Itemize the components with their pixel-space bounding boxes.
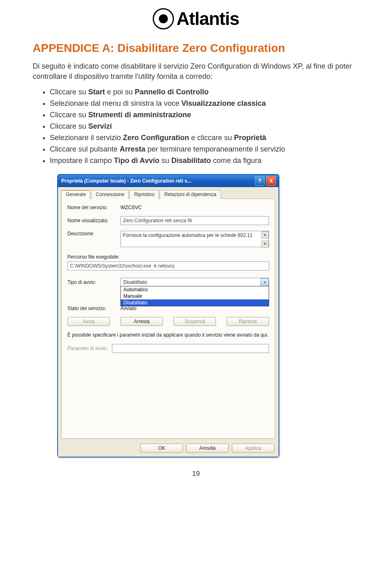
value-service-name: WZCSVC [120, 205, 269, 210]
brand-logo: Atlantis [33, 0, 359, 33]
label-start-params: Parametri di avvio: [67, 346, 108, 351]
stop-button[interactable]: Arresta [120, 317, 163, 326]
steps-list: Cliccare su Start e poi su Pannello di C… [33, 87, 359, 166]
question-icon: ? [258, 178, 261, 184]
tab-connessione[interactable]: Connessione [91, 190, 129, 199]
resume-button[interactable]: Riprendi [227, 317, 269, 326]
tab-generale[interactable]: Generale [61, 190, 90, 199]
label-service-status: Stato del servizio: [67, 306, 120, 311]
label-display-name: Nome visualizzato: [67, 218, 120, 223]
dialog-title: Proprietà (Computer locale) - Zero Confi… [61, 178, 255, 184]
tab-panel-generale: Nome del servizio: WZCSVC Nome visualizz… [61, 199, 275, 439]
list-item: Impostare il campo Tipo di Avvio su Disa… [50, 155, 359, 167]
dialog-footer: OK Annulla Applica [58, 440, 278, 457]
startup-type-select[interactable]: Disabilitato ▾ Automatico Manuale Disabi… [120, 278, 269, 287]
scroll-up-icon[interactable]: ▲ [261, 231, 269, 239]
label-startup-type: Tipo di avvio: [67, 279, 120, 285]
logo-circle-icon [153, 8, 174, 29]
tab-strip: Generale Connessione Ripristino Relazion… [61, 190, 275, 199]
close-icon: X [270, 178, 273, 184]
apply-button[interactable]: Applica [232, 444, 274, 453]
list-item: Cliccare sul pulsante Arresta per termin… [50, 144, 359, 155]
page-title: APPENDICE A: Disabilitare Zero Configura… [33, 42, 359, 55]
option-disabilitato[interactable]: Disabilitato [121, 299, 269, 306]
list-item: Selezionare il servizio Zero Configurati… [50, 132, 359, 144]
display-name-field[interactable] [120, 216, 269, 225]
page-number: 19 [33, 470, 359, 478]
description-field[interactable]: Fornisce la configurazione automatica pe… [120, 231, 269, 247]
help-button[interactable]: ? [255, 176, 265, 186]
option-manuale[interactable]: Manuale [121, 293, 269, 299]
list-item: Selezionare dal menu di sinistra la voce… [50, 98, 359, 109]
exe-path-field[interactable] [67, 261, 269, 270]
option-automatico[interactable]: Automatico [121, 286, 269, 293]
properties-dialog: Proprietà (Computer locale) - Zero Confi… [57, 174, 279, 458]
label-service-name: Nome del servizio: [67, 205, 120, 210]
tab-ripristino[interactable]: Ripristino [129, 190, 159, 199]
ok-button[interactable]: OK [140, 444, 183, 453]
brand-name: Atlantis [176, 9, 239, 29]
dialog-titlebar[interactable]: Proprietà (Computer locale) - Zero Confi… [58, 175, 278, 187]
list-item: Cliccare su Strumenti di amministrazione [50, 109, 359, 121]
pause-button[interactable]: Sospendi [174, 317, 216, 326]
label-description: Descrizione: [67, 231, 120, 237]
list-item: Cliccare su Servizi [50, 121, 359, 132]
startup-type-dropdown: Automatico Manuale Disabilitato [120, 286, 269, 306]
list-item: Cliccare su Start e poi su Pannello di C… [50, 87, 359, 98]
start-button[interactable]: Avvia [67, 317, 110, 326]
cancel-button[interactable]: Annulla [186, 444, 229, 453]
close-button[interactable]: X [266, 176, 276, 186]
value-service-status: Avviato [120, 306, 136, 311]
chevron-down-icon[interactable]: ▾ [261, 278, 269, 286]
intro-paragraph: Di seguito è indicato come disabilitare … [33, 61, 359, 82]
startup-type-value: Disabilitato [120, 278, 269, 287]
label-exe-path: Percorso file eseguibile: [67, 254, 269, 260]
note-text: È possibile specificare i parametri iniz… [67, 332, 269, 339]
tab-relazioni[interactable]: Relazioni di dipendenza [160, 190, 220, 199]
start-params-field[interactable] [112, 344, 269, 353]
scroll-down-icon[interactable]: ▼ [261, 241, 269, 248]
